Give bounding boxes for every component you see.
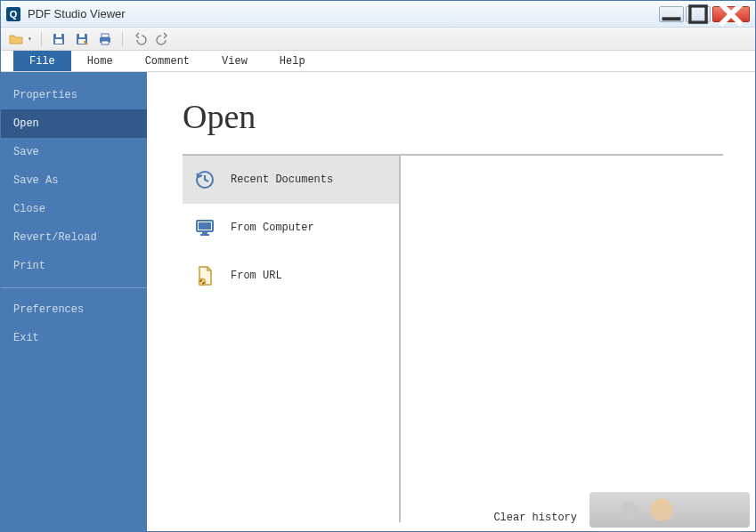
tab-label: Help [280,55,305,68]
redo-icon [156,32,170,46]
body: Properties Open Save Save As Close Rever… [1,72,755,531]
tab-label: View [222,55,248,68]
sidebar-separator [1,287,147,288]
folder-open-icon [9,32,23,46]
app-icon: Q [6,7,20,21]
svg-rect-11 [102,34,109,37]
minimize-button[interactable] [659,6,684,22]
quick-access-toolbar: ▾ [1,28,755,51]
svg-rect-6 [55,39,62,44]
sidebar-item-save[interactable]: Save [1,138,147,166]
tab-help[interactable]: Help [264,51,321,71]
sidebar-item-open[interactable]: Open [1,109,147,138]
print-icon [98,32,112,46]
close-window-button[interactable] [712,6,750,22]
url-doc-icon [193,264,216,287]
option-from-url[interactable]: From URL [183,252,399,300]
svg-rect-16 [202,232,207,234]
tab-comment[interactable]: Comment [129,51,206,71]
tab-label: File [29,55,55,68]
recent-icon [193,168,216,191]
option-from-computer[interactable]: From Computer [183,204,399,252]
save-icon [52,32,66,46]
redo-button[interactable] [155,31,171,47]
sidebar-item-label: Save [13,146,39,158]
sidebar-item-label: Save As [13,174,58,187]
maximize-button[interactable] [686,6,711,22]
svg-rect-5 [56,34,61,37]
sidebar-item-label: Close [13,203,45,215]
sidebar-item-label: Open [13,117,39,130]
sidebar-item-label: Properties [13,89,77,101]
tab-view[interactable]: View [206,51,264,71]
separator [122,32,123,46]
tab-file[interactable]: File [13,51,71,71]
content-panel: Open Recent Documents From Computer [147,72,755,531]
app-window: Q PDF Studio Viewer ▾ [0,0,756,532]
save-as-icon [75,32,89,46]
undo-icon [133,32,147,46]
svg-rect-17 [200,234,209,236]
sidebar-item-print[interactable]: Print [1,252,147,280]
undo-button[interactable] [132,31,148,47]
sidebar-item-label: Print [13,260,45,272]
window-title: PDF Studio Viewer [28,7,126,20]
sidebar-item-close[interactable]: Close [1,195,147,223]
sidebar-item-exit[interactable]: Exit [1,324,147,352]
save-button[interactable] [51,31,67,47]
option-label: From URL [231,270,282,282]
open-folder-button[interactable] [8,31,24,47]
sidebar-item-save-as[interactable]: Save As [1,166,147,195]
svg-rect-12 [102,41,109,44]
print-button[interactable] [97,31,113,47]
sidebar-item-label: Exit [13,332,39,344]
page-title: Open [183,97,723,136]
option-label: Recent Documents [231,173,333,186]
maximize-icon [687,3,710,26]
open-dropdown-arrow[interactable]: ▾ [28,35,32,43]
file-sidebar: Properties Open Save Save As Close Rever… [1,72,147,531]
tab-home[interactable]: Home [71,51,129,71]
sidebar-item-label: Revert/Reload [13,231,97,244]
watermark-icon [589,492,750,528]
sidebar-item-label: Preferences [13,303,84,316]
ribbon-tabs: File Home Comment View Help [1,51,755,72]
tab-label: Comment [145,55,190,68]
clear-history-link[interactable]: Clear history [493,512,577,524]
tab-label: Home [87,55,113,68]
save-as-button[interactable] [74,31,90,47]
option-label: From Computer [231,222,314,234]
svg-point-18 [199,278,206,286]
titlebar: Q PDF Studio Viewer [1,1,755,28]
separator [41,32,42,46]
option-recent-documents[interactable]: Recent Documents [183,156,399,204]
sidebar-item-preferences[interactable]: Preferences [1,295,147,324]
open-options-column: Recent Documents From Computer From URL [183,156,401,522]
computer-icon [193,216,216,239]
svg-rect-8 [79,34,85,37]
svg-rect-1 [690,5,706,21]
svg-rect-15 [199,222,211,230]
open-detail-column [401,156,723,522]
minimize-icon [660,3,683,26]
sidebar-item-revert[interactable]: Revert/Reload [1,223,147,252]
window-controls [659,6,750,22]
content-columns: Recent Documents From Computer From URL [183,156,723,522]
sidebar-item-properties[interactable]: Properties [1,81,147,109]
